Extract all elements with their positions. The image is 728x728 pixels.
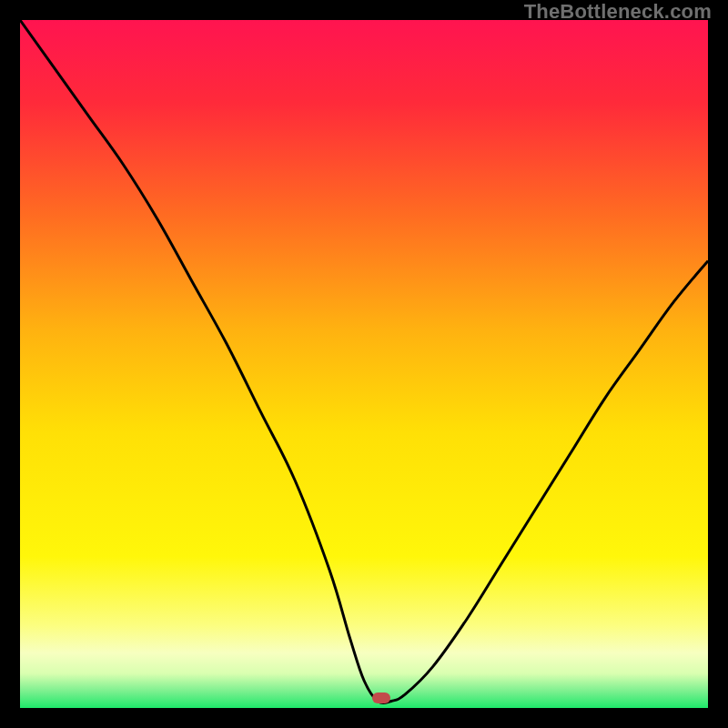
outer-frame: TheBottleneck.com: [0, 0, 728, 728]
plot-area: [20, 20, 708, 708]
bottleneck-curve: [20, 20, 708, 708]
optimal-marker-icon: [372, 693, 390, 703]
